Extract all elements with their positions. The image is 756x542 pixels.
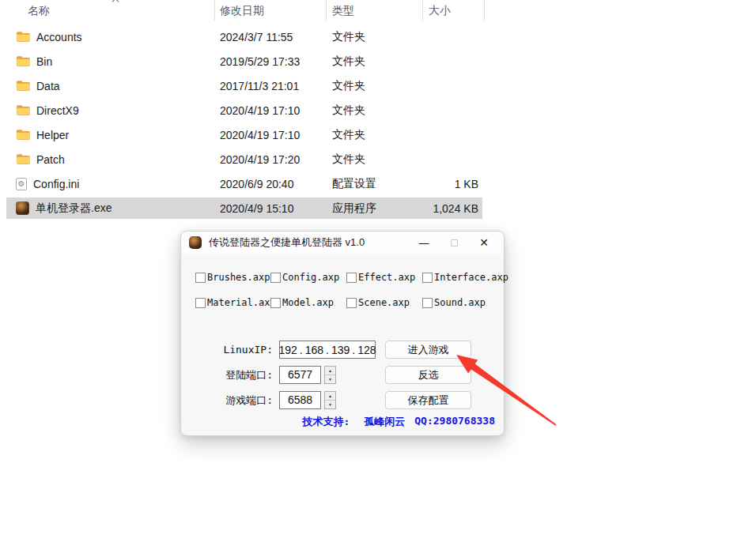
file-name: Data <box>36 80 60 92</box>
file-row[interactable]: Bin 2019/5/29 17:33 文件夹 <box>6 51 482 72</box>
login-port-row: 登陆端口: 6577 ▲ ▼ <box>181 366 376 384</box>
enter-game-button[interactable]: 进入游戏 <box>385 341 471 359</box>
column-header-size[interactable]: 大小 <box>423 0 485 21</box>
checkbox-item[interactable]: Scene.axp <box>346 297 422 308</box>
checkbox-item[interactable]: Model.axp <box>270 297 346 308</box>
file-row-selected[interactable]: 单机登录器.exe 2020/4/9 15:10 应用程序 1,024 KB <box>6 198 482 219</box>
file-type: 文件夹 <box>327 55 423 69</box>
checkbox[interactable] <box>270 273 281 283</box>
close-button[interactable]: ✕ <box>469 231 499 254</box>
file-name: Config.ini <box>33 178 79 190</box>
file-name-cell: Bin <box>6 55 215 68</box>
ip-octet: 192 <box>278 344 297 356</box>
folder-icon <box>16 104 30 116</box>
file-row[interactable]: DirectX9 2020/4/19 17:10 文件夹 <box>6 100 482 121</box>
support-author: 孤峰闲云 <box>364 415 405 429</box>
checkbox-label: Config.axp <box>282 272 339 283</box>
file-size: 1,024 KB <box>423 202 482 215</box>
maximize-icon <box>451 239 458 247</box>
spinner-up-icon[interactable]: ▲ <box>325 392 335 401</box>
game-port-spinner: ▲ ▼ <box>324 391 336 409</box>
checkbox-item[interactable]: Interface.axp <box>422 272 508 283</box>
invert-selection-button[interactable]: 反选 <box>385 366 471 384</box>
linux-ip-label: LinuxIP: <box>223 341 273 359</box>
file-type: 文件夹 <box>327 30 423 44</box>
ini-file-icon: ⚙ <box>16 178 27 190</box>
file-name-cell: Patch <box>6 153 215 166</box>
checkbox-label: Model.axp <box>282 297 334 308</box>
checkbox-label: Brushes.axp <box>207 272 270 283</box>
checkbox[interactable] <box>195 298 206 308</box>
file-list: 名称 修改日期 类型 大小 Accounts 2024/3/7 11:55 文件… <box>0 0 492 222</box>
checkbox[interactable] <box>346 273 357 283</box>
column-header-name[interactable]: 名称 <box>0 0 215 21</box>
file-date: 2017/11/3 21:01 <box>215 80 327 92</box>
folder-icon <box>16 153 30 165</box>
login-port-input[interactable]: 6577 <box>279 366 321 384</box>
support-qq: QQ:2980768338 <box>414 415 495 429</box>
spinner-down-icon[interactable]: ▼ <box>325 375 335 383</box>
checkbox[interactable] <box>346 298 357 308</box>
app-icon <box>189 236 202 249</box>
login-port-label: 登陆端口: <box>225 366 273 384</box>
ip-separator: . <box>352 344 355 356</box>
file-type: 应用程序 <box>327 201 423 216</box>
ip-octet: 139 <box>331 344 350 356</box>
checkbox[interactable] <box>270 298 281 308</box>
column-header-date[interactable]: 修改日期 <box>215 0 327 21</box>
folder-icon <box>16 80 30 92</box>
checkbox-item[interactable]: Effect.axp <box>346 272 422 283</box>
file-name: Bin <box>36 55 52 68</box>
game-port-label: 游戏端口: <box>225 391 273 409</box>
spinner-up-icon[interactable]: ▲ <box>325 367 335 375</box>
checkbox-item[interactable]: Config.axp <box>270 272 346 283</box>
save-config-button[interactable]: 保存配置 <box>385 391 471 409</box>
file-date: 2020/4/9 15:10 <box>215 202 327 215</box>
file-name-cell: DirectX9 <box>6 104 215 117</box>
checkbox[interactable] <box>422 298 433 308</box>
checkbox-item[interactable]: Sound.axp <box>422 297 508 308</box>
game-port-input[interactable]: 6588 <box>279 391 321 409</box>
linux-ip-row: LinuxIP: 192 . 168 . 139 . 128 <box>181 341 376 359</box>
linux-ip-input[interactable]: 192 . 168 . 139 . 128 <box>279 341 376 359</box>
dialog-titlebar[interactable]: 传说登陆器之便捷单机登陆器 v1.0 — ✕ <box>181 231 504 254</box>
sort-ascending-icon[interactable] <box>113 0 119 6</box>
ip-octet: 168 <box>305 344 323 356</box>
file-name: 单机登录器.exe <box>36 201 112 216</box>
file-date: 2020/4/19 17:10 <box>215 104 327 117</box>
file-row[interactable]: Accounts 2024/3/7 11:55 文件夹 <box>6 26 482 47</box>
file-row[interactable]: Data 2017/11/3 21:01 文件夹 <box>6 75 482 96</box>
checkbox-item[interactable]: Brushes.axp <box>195 272 270 283</box>
file-row[interactable]: Patch 2020/4/19 17:20 文件夹 <box>6 149 482 170</box>
ip-separator: . <box>326 344 329 356</box>
minimize-button[interactable]: — <box>409 231 439 254</box>
checkbox-label: Scene.axp <box>358 297 410 308</box>
game-exe-icon <box>16 201 29 215</box>
checkbox-item[interactable]: Material.axp <box>195 297 270 308</box>
file-name-cell: 单机登录器.exe <box>6 201 215 216</box>
column-headers: 名称 修改日期 类型 大小 <box>0 0 492 21</box>
file-row[interactable]: Helper 2020/4/19 17:10 文件夹 <box>6 124 482 145</box>
login-port-spinner: ▲ ▼ <box>324 366 336 384</box>
column-header-type[interactable]: 类型 <box>327 0 423 21</box>
checkbox-label: Sound.axp <box>434 297 486 308</box>
launcher-dialog: 传说登陆器之便捷单机登陆器 v1.0 — ✕ Brushes.axp Confi… <box>180 231 505 436</box>
game-port-row: 游戏端口: 6588 ▲ ▼ <box>181 391 376 409</box>
file-row[interactable]: ⚙ Config.ini 2020/6/9 20:40 配置设置 1 KB <box>6 173 482 194</box>
file-name-cell: ⚙ Config.ini <box>6 178 215 190</box>
file-date: 2024/3/7 11:55 <box>215 31 327 43</box>
checkbox-label: Interface.axp <box>434 272 508 283</box>
ip-octet: 128 <box>357 344 376 356</box>
spinner-down-icon[interactable]: ▼ <box>325 401 335 408</box>
file-date: 2019/5/29 17:33 <box>215 55 327 68</box>
file-date: 2020/6/9 20:40 <box>215 178 327 190</box>
file-date: 2020/4/19 17:20 <box>215 153 327 166</box>
file-type: 文件夹 <box>327 79 423 93</box>
file-name: Accounts <box>36 31 82 43</box>
file-name-cell: Data <box>6 80 215 92</box>
checkbox[interactable] <box>422 273 433 283</box>
folder-icon <box>16 55 30 67</box>
file-type: 文件夹 <box>327 152 423 167</box>
file-name-cell: Helper <box>6 129 215 141</box>
checkbox[interactable] <box>195 273 206 283</box>
